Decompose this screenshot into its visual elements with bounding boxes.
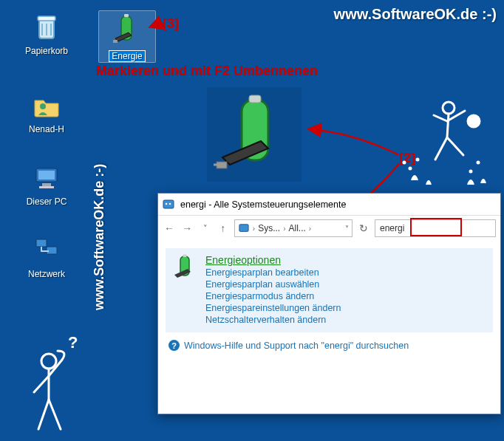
svg-point-28 [470, 171, 472, 173]
address-bar: ← → ˅ ↑ › Sys... › All... › ˅ ↻ [158, 216, 500, 241]
chevron-right-icon: › [283, 225, 285, 233]
svg-rect-14 [217, 162, 227, 168]
window-title: energi - Alle Systemsteuerungselemente [180, 199, 346, 210]
svg-rect-10 [124, 14, 129, 17]
chevron-right-icon: › [253, 225, 255, 233]
svg-rect-7 [36, 239, 47, 247]
network-icon [30, 233, 63, 266]
svg-point-27 [477, 162, 480, 164]
desktop-icon-label: Netzwerk [19, 269, 74, 279]
breadcrumb-crumb[interactable]: Sys... [258, 223, 280, 233]
battery-large-icon [207, 87, 302, 182]
control-panel-icon [163, 199, 174, 211]
desktop-icon-recyclebin[interactable]: Papierkorb [19, 10, 74, 56]
desktop-icon-label: Papierkorb [19, 46, 74, 56]
svg-point-25 [409, 168, 412, 170]
search-result-group: Energieoptionen Energiesparplan bearbeit… [166, 248, 493, 332]
stickman-decoration-icon: ? [13, 326, 95, 437]
desktop-icon-label: Dieser PC [19, 196, 74, 207]
pc-icon [30, 161, 63, 194]
content-area: Energieoptionen Energiesparplan bearbeit… [158, 241, 500, 414]
nav-back-button[interactable]: ← [163, 220, 176, 236]
svg-rect-1 [38, 16, 55, 21]
help-icon: ? [168, 340, 180, 351]
result-sublink[interactable]: Energiesparplan auswählen [205, 279, 341, 290]
svg-rect-6 [39, 186, 54, 188]
chevron-down-icon[interactable]: ˅ [345, 225, 349, 233]
desktop-icon-network[interactable]: Netzwerk [19, 233, 74, 279]
svg-point-29 [41, 354, 56, 369]
svg-rect-21 [183, 255, 187, 258]
svg-point-2 [40, 103, 46, 109]
annotation-arrow-2a [310, 129, 399, 155]
svg-point-26 [417, 159, 419, 161]
svg-rect-11 [113, 40, 118, 43]
svg-point-24 [403, 162, 406, 164]
battery-icon [111, 13, 143, 46]
svg-rect-16 [163, 200, 174, 208]
desktop-icon-energie-selected[interactable]: Energie [98, 10, 156, 63]
search-input[interactable] [375, 219, 496, 237]
svg-rect-19 [239, 225, 248, 232]
titlebar[interactable]: energi - Alle Systemsteuerungselemente [158, 194, 500, 216]
battery-icon [171, 254, 198, 281]
watermark-side: www.SoftwareOK.de :-) [92, 164, 107, 310]
chevron-right-icon: › [309, 225, 311, 233]
nav-forward-button[interactable]: → [180, 220, 194, 236]
nav-recent-button[interactable]: ˅ [198, 220, 211, 236]
help-search-link[interactable]: ? Windows-Hilfe und Support nach "energi… [168, 340, 493, 351]
stickman-decoration-icon [397, 89, 493, 192]
result-sublink[interactable]: Energiesparmodus ändern [205, 291, 341, 301]
result-sublink[interactable]: Energiesparplan bearbeiten [205, 267, 341, 278]
breadcrumb-crumb[interactable]: All... [289, 223, 306, 233]
desktop-icon-label: Energie [109, 50, 145, 62]
breadcrumb-bar[interactable]: › Sys... › All... › ˅ [234, 219, 353, 237]
desktop-icon-userfolder[interactable]: Nenad-H [19, 89, 74, 134]
watermark-top: www.SoftwareOK.de :-) [334, 6, 497, 23]
help-search-text: Windows-Hilfe und Support nach "energi" … [184, 341, 409, 351]
desktop-icon-label: Nenad-H [19, 124, 74, 134]
control-panel-window: energi - Alle Systemsteuerungselemente ←… [157, 193, 501, 414]
control-panel-small-icon [238, 222, 250, 234]
result-sublink[interactable]: Energiespareinstellungen ändern [205, 303, 341, 313]
svg-rect-4 [38, 171, 55, 180]
svg-point-17 [166, 202, 168, 205]
desktop-icon-thispc[interactable]: Dieser PC [19, 161, 74, 207]
annotation-marker-3: [3] [163, 16, 179, 32]
svg-rect-13 [249, 95, 261, 103]
result-energieoptionen-link[interactable]: Energieoptionen [205, 254, 341, 266]
svg-point-23 [468, 115, 480, 127]
nav-up-button[interactable]: ↑ [217, 220, 230, 236]
result-sublink[interactable]: Netzschalterverhalten ändern [205, 315, 341, 325]
svg-point-18 [169, 202, 171, 205]
recyclebin-icon [30, 10, 63, 43]
userfolder-icon [30, 89, 63, 121]
refresh-button[interactable]: ↻ [357, 220, 370, 236]
svg-rect-5 [42, 183, 51, 186]
svg-text:?: ? [68, 333, 78, 352]
svg-point-22 [443, 102, 454, 114]
annotation-instruction: Markieren und mit F2 Umbennenen [96, 64, 318, 79]
